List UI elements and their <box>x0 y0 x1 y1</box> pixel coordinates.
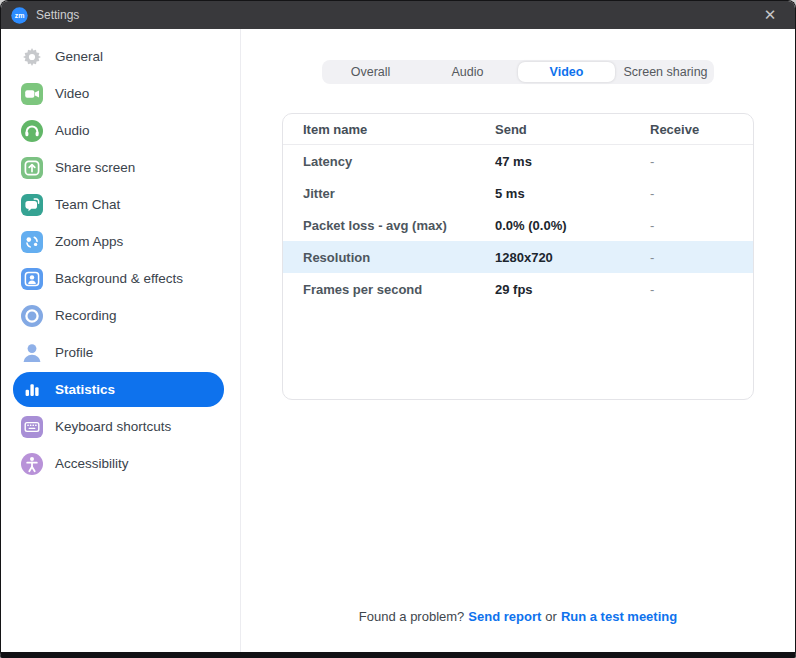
sidebar-item-label: Background & effects <box>55 271 183 286</box>
cell-name: Frames per second <box>283 282 495 297</box>
table-row: Resolution1280x720- <box>283 241 753 273</box>
col-header-receive: Receive <box>650 122 753 137</box>
footer-conjunction: or <box>545 609 557 624</box>
cell-name: Resolution <box>283 250 495 265</box>
table-row: Latency47 ms- <box>283 145 753 177</box>
footer-note: Found a problem?Send reportorRun a test … <box>241 609 795 624</box>
sidebar-item-label: Keyboard shortcuts <box>55 419 171 434</box>
col-header-item-name: Item name <box>283 122 495 137</box>
sidebar-item-video[interactable]: Video <box>13 76 224 111</box>
statistics-tab-bar: OverallAudioVideoScreen sharing <box>322 60 714 84</box>
sidebar-item-accessibility[interactable]: Accessibility <box>13 446 224 481</box>
sidebar-item-label: General <box>55 49 103 64</box>
window-title: Settings <box>36 8 79 22</box>
cell-send: 5 ms <box>495 186 650 201</box>
sidebar-item-label: Share screen <box>55 160 135 175</box>
tab-audio[interactable]: Audio <box>419 60 516 84</box>
sidebar-item-label: Recording <box>55 308 117 323</box>
table-row: Jitter5 ms- <box>283 177 753 209</box>
svg-text:zm: zm <box>15 12 25 19</box>
cell-send: 0.0% (0.0%) <box>495 218 650 233</box>
cell-send: 1280x720 <box>495 250 650 265</box>
share-screen-icon <box>21 157 43 179</box>
statistics-page: OverallAudioVideoScreen sharing Item nam… <box>241 29 795 652</box>
cell-send: 47 ms <box>495 154 650 169</box>
cell-send: 29 fps <box>495 282 650 297</box>
table-header-row: Item name Send Receive <box>283 114 753 145</box>
sidebar-item-label: Zoom Apps <box>55 234 123 249</box>
sidebar-item-general[interactable]: General <box>13 39 224 74</box>
sidebar-item-label: Profile <box>55 345 93 360</box>
stats-table-panel: Item name Send Receive Latency47 ms-Jitt… <box>282 113 754 400</box>
footer-text: Found a problem? <box>359 609 465 624</box>
tab-screen-sharing[interactable]: Screen sharing <box>617 60 714 84</box>
col-header-send: Send <box>495 122 650 137</box>
table-row: Frames per second29 fps- <box>283 273 753 305</box>
sidebar-item-recording[interactable]: Recording <box>13 298 224 333</box>
close-icon[interactable]: ✕ <box>755 1 785 29</box>
cell-receive: - <box>650 218 753 233</box>
tab-overall[interactable]: Overall <box>322 60 419 84</box>
table-row: Packet loss - avg (max)0.0% (0.0%)- <box>283 209 753 241</box>
settings-window: zm Settings ✕ GeneralVideoAudioShare scr… <box>0 0 796 658</box>
headphones-icon <box>21 120 43 142</box>
sidebar-item-label: Accessibility <box>55 456 129 471</box>
zoom-app-logo-icon: zm <box>11 7 28 24</box>
window-body: GeneralVideoAudioShare screenTeam ChatZo… <box>1 29 795 652</box>
sidebar-item-keyboard-shortcuts[interactable]: Keyboard shortcuts <box>13 409 224 444</box>
sidebar-item-zoom-apps[interactable]: Zoom Apps <box>13 224 224 259</box>
sidebar-item-team-chat[interactable]: Team Chat <box>13 187 224 222</box>
table-body: Latency47 ms-Jitter5 ms-Packet loss - av… <box>283 145 753 305</box>
sidebar-item-label: Video <box>55 86 89 101</box>
sidebar-item-audio[interactable]: Audio <box>13 113 224 148</box>
bar-chart-icon <box>21 379 43 401</box>
chat-bubble-icon <box>21 194 43 216</box>
video-camera-icon <box>21 83 43 105</box>
cell-receive: - <box>650 250 753 265</box>
cell-receive: - <box>650 154 753 169</box>
person-icon <box>21 342 43 364</box>
title-bar[interactable]: zm Settings ✕ <box>1 1 795 29</box>
zoom-apps-icon <box>21 231 43 253</box>
sidebar-item-label: Statistics <box>55 382 115 397</box>
run-test-meeting-link[interactable]: Run a test meeting <box>561 609 677 624</box>
sidebar-item-background-effects[interactable]: Background & effects <box>13 261 224 296</box>
sidebar-item-label: Team Chat <box>55 197 120 212</box>
sidebar-item-statistics[interactable]: Statistics <box>13 372 224 407</box>
settings-sidebar: GeneralVideoAudioShare screenTeam ChatZo… <box>1 29 241 652</box>
sidebar-item-profile[interactable]: Profile <box>13 335 224 370</box>
gear-icon <box>21 46 43 68</box>
background-effects-icon <box>21 268 43 290</box>
cell-receive: - <box>650 186 753 201</box>
accessibility-icon <box>21 453 43 475</box>
record-ring-icon <box>21 305 43 327</box>
tab-video[interactable]: Video <box>518 62 615 82</box>
cell-name: Latency <box>283 154 495 169</box>
keyboard-icon <box>21 416 43 438</box>
sidebar-item-share-screen[interactable]: Share screen <box>13 150 224 185</box>
cell-receive: - <box>650 282 753 297</box>
sidebar-item-label: Audio <box>55 123 90 138</box>
cell-name: Packet loss - avg (max) <box>283 218 495 233</box>
cell-name: Jitter <box>283 186 495 201</box>
send-report-link[interactable]: Send report <box>468 609 541 624</box>
